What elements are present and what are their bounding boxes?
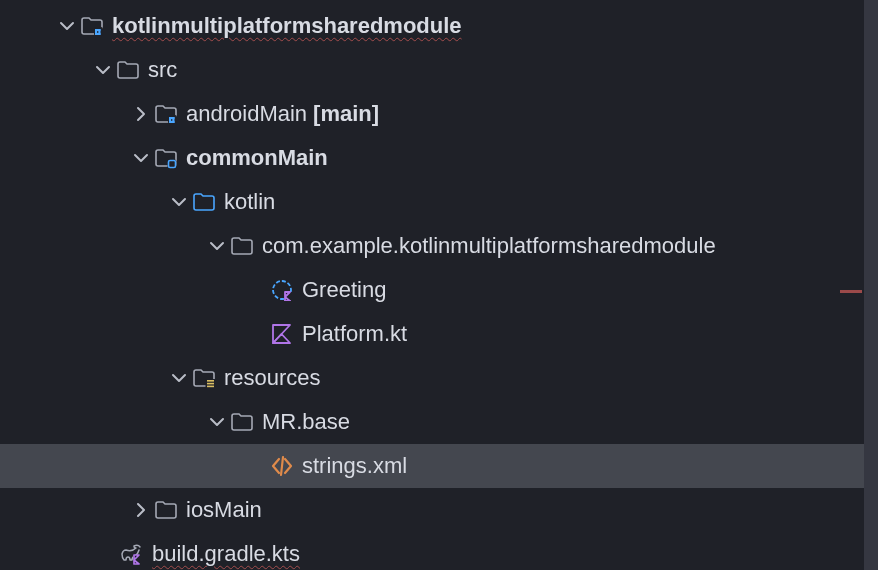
chevron-down-icon[interactable] — [206, 413, 228, 431]
tree-item-resources[interactable]: resources — [0, 356, 878, 400]
tree-item-build-gradle[interactable]: build.gradle.kts — [0, 532, 878, 570]
tree-item-platform[interactable]: Platform.kt — [0, 312, 878, 356]
project-tree[interactable]: kotlinmultiplatformsharedmodule src andr… — [0, 0, 878, 570]
tree-item-strings-xml[interactable]: strings.xml — [0, 444, 878, 488]
tree-item-iosmain[interactable]: iosMain — [0, 488, 878, 532]
folder-icon — [114, 59, 142, 81]
tree-item-label: src — [148, 57, 177, 83]
gradle-file-icon — [118, 542, 146, 566]
package-folder-icon — [228, 235, 256, 257]
chevron-right-icon[interactable] — [130, 501, 152, 519]
chevron-down-icon[interactable] — [168, 369, 190, 387]
tree-item-label: build.gradle.kts — [152, 541, 300, 567]
kotlin-class-icon — [268, 279, 296, 301]
tree-item-src[interactable]: src — [0, 48, 878, 92]
source-folder-icon — [152, 147, 180, 169]
tree-item-mrbase[interactable]: MR.base — [0, 400, 878, 444]
tree-item-androidmain[interactable]: androidMain [main] — [0, 92, 878, 136]
tree-item-package[interactable]: com.example.kotlinmultiplatformsharedmod… — [0, 224, 878, 268]
chevron-down-icon[interactable] — [92, 61, 114, 79]
tree-item-kotlin[interactable]: kotlin — [0, 180, 878, 224]
tree-item-suffix: [main] — [313, 101, 379, 127]
tree-item-label: kotlinmultiplatformsharedmodule — [112, 13, 462, 39]
module-folder-icon — [152, 103, 180, 125]
kotlin-file-icon — [268, 323, 296, 345]
module-folder-icon — [78, 15, 106, 37]
tree-item-label: androidMain — [186, 101, 307, 127]
folder-icon — [152, 499, 180, 521]
chevron-down-icon[interactable] — [168, 193, 190, 211]
tree-item-label: Platform.kt — [302, 321, 407, 347]
folder-icon — [228, 411, 256, 433]
error-stripe-marker[interactable] — [840, 290, 862, 293]
chevron-down-icon[interactable] — [56, 17, 78, 35]
tree-item-root-module[interactable]: kotlinmultiplatformsharedmodule — [0, 4, 878, 48]
chevron-down-icon[interactable] — [206, 237, 228, 255]
folder-icon — [190, 191, 218, 213]
chevron-right-icon[interactable] — [130, 105, 152, 123]
tree-item-label: commonMain — [186, 145, 328, 171]
tree-item-commonmain[interactable]: commonMain — [0, 136, 878, 180]
tree-item-label: Greeting — [302, 277, 386, 303]
chevron-down-icon[interactable] — [130, 149, 152, 167]
tree-item-label: strings.xml — [302, 453, 407, 479]
tree-item-label: kotlin — [224, 189, 275, 215]
tree-item-label: resources — [224, 365, 321, 391]
xml-file-icon — [268, 455, 296, 477]
resources-folder-icon — [190, 367, 218, 389]
tree-item-greeting[interactable]: Greeting — [0, 268, 878, 312]
scrollbar[interactable] — [864, 0, 878, 570]
tree-item-label: iosMain — [186, 497, 262, 523]
tree-item-label: MR.base — [262, 409, 350, 435]
tree-item-label: com.example.kotlinmultiplatformsharedmod… — [262, 233, 716, 259]
